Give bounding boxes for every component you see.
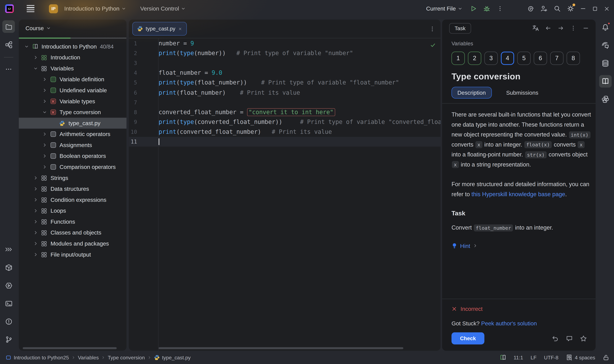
reset-icon[interactable] (550, 333, 560, 344)
breadcrumb-item-introduction-to-python25[interactable]: Introduction to Python25 (5, 355, 69, 361)
tree-item-classes-and-objects[interactable]: Classes and objects (19, 227, 126, 238)
star-icon[interactable] (578, 333, 588, 344)
task-tool-tab[interactable]: Task (449, 23, 471, 33)
window-close-button[interactable] (601, 2, 612, 15)
file-lock-icon[interactable] (603, 354, 609, 361)
course-book-status-icon[interactable] (500, 354, 506, 361)
inspections-ok-icon[interactable] (430, 42, 436, 48)
task-step-2[interactable]: 2 (468, 52, 481, 65)
code-line-8[interactable]: 8converted_float_number = "convert it to… (129, 107, 441, 117)
peek-solution-link[interactable]: Peek author's solution (481, 320, 537, 326)
python-packages-icon[interactable] (2, 261, 15, 274)
task-book-icon[interactable] (599, 75, 612, 88)
chevron-right-icon[interactable] (32, 186, 39, 191)
task-step-8[interactable]: 8 (567, 52, 580, 65)
chevron-right-icon[interactable] (42, 143, 48, 147)
chevron-right-icon[interactable] (42, 77, 48, 82)
tree-item-data-structures[interactable]: Data structures (19, 183, 126, 195)
indent-setting[interactable]: 4 spaces (566, 354, 595, 361)
tab-options-icon[interactable] (429, 26, 435, 32)
course-scrollbar[interactable] (23, 347, 117, 349)
chevron-right-icon[interactable] (32, 241, 39, 246)
chevron-right-icon[interactable] (42, 154, 48, 158)
tree-item-functions[interactable]: Functions (19, 216, 126, 227)
window-maximize-button[interactable] (589, 2, 600, 15)
code-editor[interactable]: 1number = 92print(type(number)) # Print … (129, 38, 441, 351)
code-line-10[interactable]: 10print(converted_float_number) # Print … (129, 127, 441, 137)
code-line-3[interactable]: 3 (129, 58, 441, 68)
chevron-right-icon[interactable] (32, 219, 39, 224)
tree-item-arithmetic-operators[interactable]: Arithmetic operators (19, 129, 126, 140)
chevron-down-icon[interactable] (32, 66, 39, 71)
tree-item-modules-and-packages[interactable]: Modules and packages (19, 238, 126, 249)
python-tool-icon[interactable] (599, 93, 612, 105)
tree-item-loops[interactable]: Loops (19, 205, 126, 216)
tree-item-introduction[interactable]: Introduction (19, 52, 126, 63)
task-step-5[interactable]: 5 (517, 52, 530, 65)
code-with-me-icon[interactable] (537, 2, 551, 15)
chevron-down-icon[interactable] (24, 44, 30, 49)
tree-item-type-cast-py[interactable]: type_cast.py (19, 118, 126, 129)
course-panel-header[interactable]: Course (19, 19, 126, 37)
close-icon[interactable] (178, 27, 182, 31)
code-line-11[interactable]: 11 (129, 137, 441, 147)
project-avatar[interactable]: IP (49, 4, 58, 13)
next-task-icon[interactable] (556, 23, 566, 33)
translate-icon[interactable] (530, 23, 541, 33)
caret-position[interactable]: 11:1 (514, 355, 523, 361)
answer-placeholder[interactable]: "convert it to int here" (247, 108, 335, 116)
chevron-right-icon[interactable] (32, 230, 39, 235)
main-menu-icon[interactable] (24, 2, 37, 15)
chevron-right-icon[interactable] (32, 55, 39, 60)
task-step-3[interactable]: 3 (484, 52, 498, 65)
hyperskill-link[interactable]: this Hyperskill knowledge base page (472, 191, 565, 197)
settings-gear-icon[interactable] (564, 2, 577, 15)
task-step-6[interactable]: 6 (534, 52, 547, 65)
chevron-right-icon[interactable] (42, 99, 48, 104)
hide-panel-icon[interactable] (581, 23, 591, 33)
editor-scrollbar[interactable] (159, 347, 404, 349)
ai-assistant-icon[interactable] (524, 2, 537, 15)
code-line-4[interactable]: 4float_number = 9.0 (129, 68, 441, 78)
chevron-right-icon[interactable] (32, 176, 39, 180)
breadcrumb-item-type-conversion[interactable]: Type conversion (108, 355, 145, 361)
task-options-icon[interactable] (568, 23, 578, 33)
chevron-right-icon[interactable] (42, 132, 48, 136)
git-branch-icon[interactable] (2, 333, 15, 346)
tree-item-comparison-operators[interactable]: Comparison operators (19, 161, 126, 172)
code-line-7[interactable]: 7 (129, 97, 441, 107)
debug-button[interactable] (480, 2, 493, 15)
editor-tab[interactable]: type_cast.py (132, 22, 187, 36)
python-console-icon[interactable] (2, 279, 15, 292)
ai-chat-icon[interactable] (599, 39, 612, 52)
tree-item-undefined-variable[interactable]: Undefined variable (19, 85, 126, 96)
database-icon[interactable] (599, 57, 612, 70)
comment-icon[interactable] (564, 333, 574, 344)
more-actions-icon[interactable] (493, 2, 507, 15)
notifications-bell-icon[interactable] (599, 21, 612, 34)
breadcrumb-item-variables[interactable]: Variables (78, 355, 99, 361)
code-line-6[interactable]: 6print(float_number) # Print its value (129, 88, 441, 97)
task-step-4[interactable]: 4 (501, 52, 514, 65)
chevron-down-icon[interactable] (42, 110, 48, 115)
tree-item-introduction-to-python[interactable]: Introduction to Python40/84 (19, 41, 126, 52)
task-step-1[interactable]: 1 (452, 52, 465, 65)
previous-task-icon[interactable] (543, 23, 553, 33)
project-tool-window-button[interactable] (2, 20, 15, 33)
expand-tool-windows-icon[interactable] (2, 243, 15, 256)
tree-item-variable-types[interactable]: Variable types (19, 96, 126, 107)
vcs-menu[interactable]: Version Control (138, 3, 189, 14)
tree-item-strings[interactable]: Strings (19, 172, 126, 183)
check-button[interactable]: Check (452, 332, 485, 345)
tree-item-variables[interactable]: Variables (19, 63, 126, 74)
run-config-selector[interactable]: Current File (423, 3, 465, 14)
tree-item-type-conversion[interactable]: Type conversion (19, 107, 126, 118)
tree-item-condition-expressions[interactable]: Condition expressions (19, 194, 126, 205)
tree-item-assignments[interactable]: Assignments (19, 140, 126, 151)
search-everywhere-icon[interactable] (551, 2, 564, 15)
more-tool-windows-icon[interactable] (2, 63, 15, 75)
breadcrumb-item-type-cast-py[interactable]: type_cast.py (154, 355, 191, 361)
tab-submissions[interactable]: Submissions (500, 87, 544, 99)
run-button[interactable] (467, 2, 480, 15)
tab-description[interactable]: Description (452, 87, 492, 99)
